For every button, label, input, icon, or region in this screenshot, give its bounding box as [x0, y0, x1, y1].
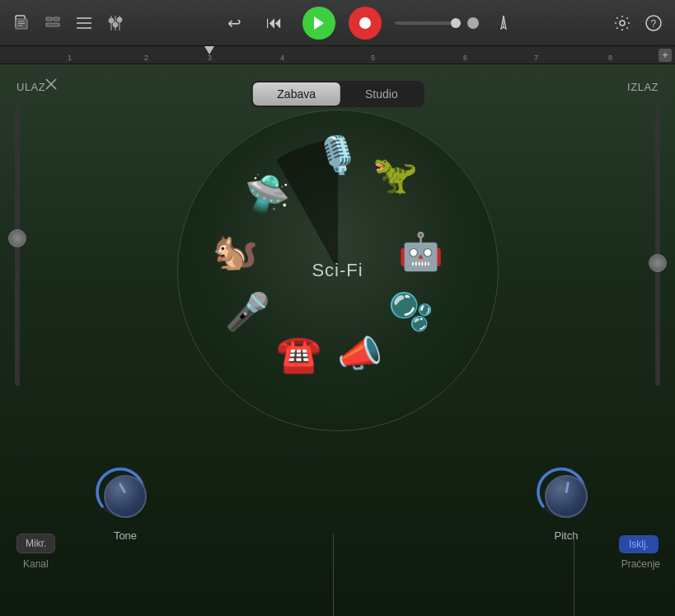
pitch-knob-container: Pitch — [540, 470, 593, 542]
help-icon[interactable]: ? — [642, 12, 665, 35]
tab-zabava[interactable]: Zabava — [252, 82, 340, 106]
pracenje-label: Praćenje — [621, 558, 660, 570]
center-line — [333, 534, 334, 616]
squirrel-effect[interactable]: 🐿️ — [213, 230, 258, 273]
tone-label: Tone — [114, 529, 137, 542]
toolbar: ↩ ⏮ — [0, 0, 675, 46]
list-icon[interactable] — [73, 12, 96, 35]
ruler-mark-1: 1 — [68, 54, 72, 62]
svg-rect-7 — [46, 23, 59, 26]
toolbar-right: ? — [611, 12, 665, 35]
input-level-thumb[interactable] — [8, 229, 26, 247]
tuner-icon[interactable] — [492, 12, 515, 35]
play-button[interactable] — [302, 7, 335, 40]
stick-mic-effect[interactable]: 🎤 — [225, 290, 270, 333]
tone-knob-container: Tone — [99, 470, 152, 542]
ruler-mark-2: 2 — [144, 54, 148, 62]
svg-point-15 — [113, 22, 118, 27]
volume-control — [395, 17, 479, 29]
svg-point-16 — [117, 17, 122, 22]
kanal-label: Kanal — [23, 558, 49, 570]
mixer-icon[interactable] — [104, 12, 127, 35]
effects-circle[interactable]: Sci-Fi 🎙️ 🦖 🤖 🫧 📣 ☎️ 🎤 🐿️ 🛸 — [177, 110, 499, 431]
pitch-knob-dial[interactable] — [545, 475, 588, 518]
svg-point-20 — [620, 21, 625, 26]
ufo-effect[interactable]: 🛸 — [245, 172, 290, 215]
pitch-line — [574, 534, 574, 616]
ruler-mark-6: 6 — [463, 54, 467, 62]
tone-knob[interactable] — [99, 470, 152, 523]
svg-marker-17 — [314, 16, 324, 30]
microphone-effect[interactable]: 🎙️ — [315, 134, 360, 176]
tab-studio[interactable]: Studio — [340, 82, 423, 106]
mode-tabs: Zabava Studio — [251, 81, 424, 107]
toolbar-center: ↩ ⏮ — [223, 7, 515, 40]
new-file-icon[interactable] — [10, 12, 33, 35]
effect-center-label: Sci-Fi — [312, 260, 363, 281]
volume-slider[interactable] — [395, 21, 461, 25]
ruler-mark-8: 8 — [608, 54, 612, 62]
tone-knob-dial[interactable] — [104, 475, 147, 518]
ruler-mark-5: 5 — [371, 54, 375, 62]
izlaz-label: IZLAZ — [627, 81, 659, 93]
input-level-slider[interactable] — [15, 106, 20, 386]
ulaz-label: ULAZ — [16, 81, 45, 93]
back-to-start-button[interactable]: ⏮ — [260, 8, 289, 38]
settings-icon[interactable] — [611, 12, 634, 35]
record-button[interactable] — [349, 7, 382, 40]
toolbar-left — [10, 12, 127, 35]
monster-effect[interactable]: 🦖 — [373, 153, 418, 196]
pitch-label: Pitch — [555, 529, 579, 542]
bubble-effect[interactable]: 🫧 — [388, 290, 434, 333]
multi-track-icon[interactable] — [41, 12, 64, 35]
output-level-thumb[interactable] — [649, 254, 667, 272]
volume-circle-icon — [467, 17, 479, 29]
mikr-btn-label[interactable]: Mikr. — [16, 534, 55, 553]
ruler-mark-3: 3 — [208, 54, 212, 62]
ruler: 1 2 3 4 5 6 7 8 + — [0, 46, 675, 64]
telephone-effect[interactable]: ☎️ — [276, 332, 321, 375]
megaphone-effect[interactable]: 📣 — [337, 332, 382, 375]
iskl-button[interactable]: Isklj. — [619, 535, 659, 553]
mikr-button[interactable]: Mikr. — [16, 534, 55, 553]
svg-rect-5 — [46, 17, 52, 21]
mic-icon[interactable] — [43, 78, 58, 96]
main-area: ULAZ IZLAZ Zabava Studio Sci-Fi 🎙️ 🦖 — [0, 64, 675, 616]
svg-rect-6 — [54, 17, 59, 21]
svg-point-14 — [109, 18, 114, 23]
pitch-knob[interactable] — [540, 470, 593, 523]
output-level-slider[interactable] — [655, 106, 660, 386]
ruler-mark-4: 4 — [280, 54, 284, 62]
ruler-mark-7: 7 — [534, 54, 538, 62]
add-track-button[interactable]: + — [659, 49, 672, 62]
robot-effect[interactable]: 🤖 — [398, 230, 443, 273]
circle-background: Sci-Fi 🎙️ 🦖 🤖 🫧 📣 ☎️ 🎤 🐿️ 🛸 — [177, 110, 499, 431]
svg-text:?: ? — [651, 17, 657, 29]
undo-icon[interactable]: ↩ — [223, 12, 246, 35]
